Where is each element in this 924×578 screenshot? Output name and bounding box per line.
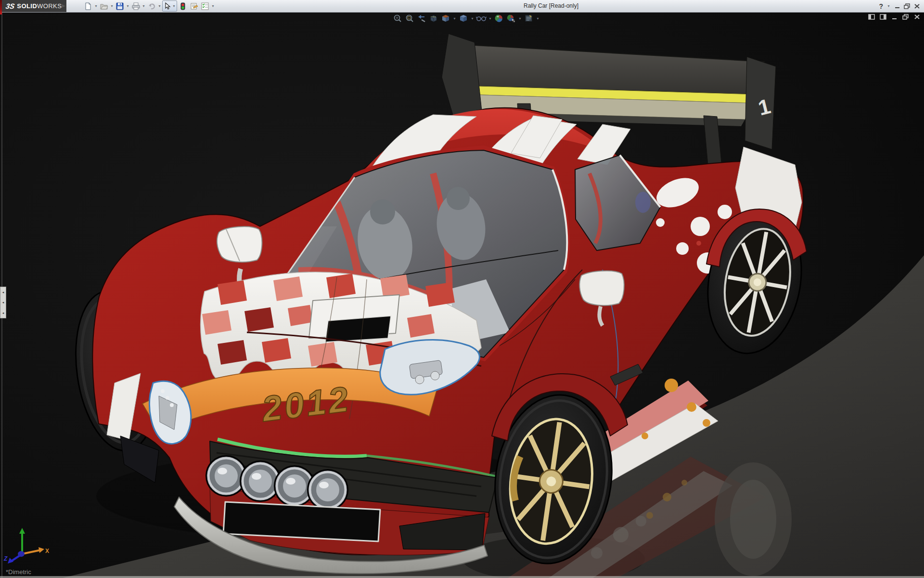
new-document-icon — [84, 2, 92, 10]
display-style-dropdown[interactable]: ▾ — [470, 16, 475, 21]
print-button[interactable] — [130, 1, 141, 12]
view-orientation-dropdown[interactable]: ▾ — [452, 16, 457, 21]
hide-show-items-dropdown[interactable]: ▾ — [488, 16, 492, 21]
edit-appearance-icon — [494, 14, 504, 23]
collapse-arrow-icon: ◂ — [2, 301, 4, 304]
save-dropdown[interactable]: ▾ — [126, 4, 130, 8]
standard-toolbar: ▾ ▾ ▾ ▾ ▾ ▾ ▾ — [83, 0, 215, 12]
zoom-to-fit-icon — [393, 14, 402, 23]
display-style-icon — [459, 14, 468, 23]
undo-dropdown[interactable]: ▾ — [157, 4, 162, 8]
minimize-document-button[interactable] — [891, 14, 898, 20]
section-view-icon — [429, 14, 438, 23]
select-dropdown[interactable]: ▾ — [172, 4, 176, 8]
view-settings-button[interactable] — [524, 13, 534, 23]
new-dropdown[interactable]: ▾ — [94, 4, 98, 8]
view-settings-dropdown[interactable]: ▾ — [536, 16, 540, 21]
select-cursor-icon — [165, 2, 171, 10]
zoom-to-fit-button[interactable] — [392, 13, 403, 23]
select-button[interactable] — [163, 1, 172, 12]
minimize-button[interactable] — [894, 3, 900, 9]
edit-appearance-button[interactable] — [494, 13, 504, 23]
apply-scene-button[interactable] — [506, 13, 516, 23]
hide-show-items-button[interactable] — [476, 13, 487, 23]
section-view-button[interactable] — [428, 13, 439, 23]
show-left-pane-button[interactable] — [868, 14, 875, 20]
select-tool-group: ▾ — [162, 0, 177, 12]
menu-expand-arrow-icon[interactable]: ▶ — [62, 3, 65, 8]
help-dropdown[interactable]: ▾ — [886, 4, 891, 8]
license-plate — [223, 502, 380, 541]
new-document-button[interactable] — [83, 1, 93, 12]
file-properties-button[interactable] — [189, 1, 199, 12]
headsup-view-toolbar: ▾ ▾ ▾ ▾ ▾ — [392, 13, 540, 24]
render-scene: 1 — [0, 12, 924, 578]
close-document-button[interactable] — [914, 14, 920, 20]
x-axis — [22, 550, 40, 554]
restore-document-button[interactable] — [902, 14, 909, 20]
view-orientation-label: *Dimetric — [6, 568, 31, 576]
display-style-button[interactable] — [458, 13, 469, 23]
bottom-edge-strip — [0, 576, 924, 578]
zoom-to-area-button[interactable] — [404, 13, 415, 23]
apply-scene-icon — [506, 14, 516, 23]
open-button[interactable] — [99, 1, 109, 12]
zoom-to-area-icon — [405, 14, 414, 23]
close-button[interactable] — [914, 3, 920, 9]
window-controls: ? ▾ — [879, 0, 922, 12]
options-icon — [201, 2, 209, 10]
z-axis-label: Z — [3, 555, 8, 562]
collapse-arrow-icon: ◂ — [2, 311, 4, 315]
options-dropdown[interactable]: ▾ — [211, 4, 215, 8]
view-orientation-button[interactable] — [440, 13, 451, 23]
previous-view-button[interactable] — [416, 13, 427, 23]
previous-view-icon — [417, 14, 426, 23]
hood-scoop — [309, 295, 399, 342]
view-orientation-icon — [441, 14, 450, 23]
document-title: Rally Car [Read-only] — [524, 2, 578, 9]
print-dropdown[interactable]: ▾ — [141, 4, 146, 8]
save-button[interactable] — [115, 1, 125, 12]
x-axis-label: X — [45, 548, 49, 554]
open-icon — [100, 2, 108, 10]
help-button[interactable]: ? — [879, 2, 883, 10]
collapsed-panel-tab[interactable]: ◂ ◂ ◂ — [0, 287, 6, 318]
graphics-area[interactable]: 1 — [0, 12, 924, 578]
view-settings-icon — [524, 14, 534, 23]
title-bar: 3S SOLID WORKS ▶ ▾ ▾ ▾ ▾ ▾ ▾ — [0, 0, 924, 13]
collapse-arrow-icon: ◂ — [2, 290, 4, 294]
print-icon — [132, 2, 140, 10]
save-icon — [116, 2, 124, 10]
show-right-pane-button[interactable] — [880, 14, 886, 20]
file-properties-icon — [190, 2, 198, 10]
orientation-triad: X Z — [3, 524, 51, 565]
apply-scene-dropdown[interactable]: ▾ — [518, 16, 522, 21]
options-button[interactable] — [200, 1, 210, 12]
rebuild-traffic-light-icon — [180, 2, 185, 10]
window-edge-accent — [0, 0, 2, 14]
3ds-mark: 3S — [5, 2, 15, 10]
document-window-controls — [868, 14, 920, 20]
undo-icon — [148, 2, 156, 10]
rebuild-button[interactable] — [178, 1, 188, 12]
undo-button[interactable] — [146, 1, 157, 12]
hide-show-items-icon — [476, 14, 487, 23]
solidworks-logo: 3S SOLID WORKS — [2, 0, 66, 12]
restore-button[interactable] — [904, 3, 911, 9]
open-dropdown[interactable]: ▾ — [110, 4, 114, 8]
